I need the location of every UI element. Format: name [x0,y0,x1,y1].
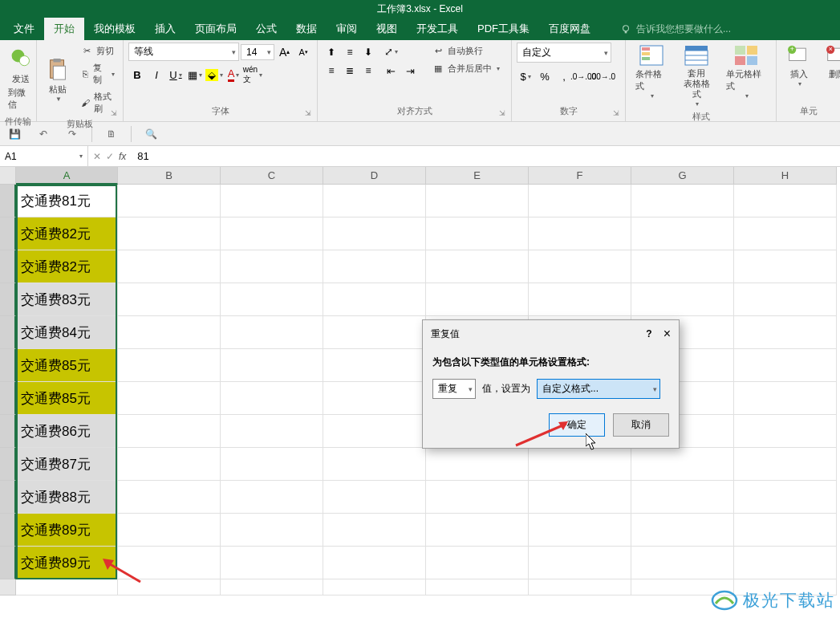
tab-developer[interactable]: 开发工具 [407,18,468,40]
cell[interactable] [118,185,221,217]
cell[interactable] [529,547,631,579]
number-format-select[interactable]: 自定义 ▾ [517,43,611,63]
cell[interactable] [426,283,529,316]
cell[interactable] [323,579,426,596]
cell[interactable] [529,448,631,481]
cell[interactable] [426,185,529,217]
cell[interactable] [118,283,221,316]
bold-button[interactable]: B [128,66,146,83]
clipboard-dialog-launcher[interactable]: ⇲ [111,109,120,119]
cell[interactable] [631,547,734,579]
align-right-button[interactable]: ≡ [359,62,377,79]
cell[interactable] [221,448,323,481]
row-header[interactable] [0,448,16,481]
tab-review[interactable]: 审阅 [327,18,367,40]
delete-cells-button[interactable]: × 删除 [820,43,840,104]
cell[interactable] [221,547,323,579]
name-box[interactable]: A1 ▾ [0,146,88,166]
format-as-table-button[interactable]: 套用 表格格式 ▾ [676,43,717,109]
tab-view[interactable]: 视图 [367,18,407,40]
cell[interactable] [118,448,221,481]
cell[interactable] [221,349,323,382]
column-header[interactable]: C [221,167,323,185]
cell[interactable] [529,283,631,316]
row-header[interactable] [0,481,16,514]
tab-file[interactable]: 文件 [4,18,44,40]
cell[interactable] [529,217,631,250]
cell[interactable] [221,217,323,250]
row-header[interactable] [0,382,16,415]
cell[interactable] [323,481,426,514]
cell[interactable] [426,481,529,514]
cell[interactable] [734,514,837,547]
phonetic-button[interactable]: wén文▾ [244,66,262,83]
formula-input[interactable]: 81 [131,150,840,162]
cell[interactable] [323,382,426,415]
orientation-button[interactable]: ⤢▾ [382,43,400,60]
cell[interactable] [631,481,734,514]
paste-button[interactable]: 粘贴 ▼ [42,43,74,116]
merge-center-button[interactable]: ▦ 合并后居中 ▾ [428,60,503,76]
cell[interactable] [631,448,734,481]
row-header[interactable] [0,514,16,547]
column-header[interactable]: F [529,167,631,185]
column-header[interactable]: G [631,167,734,185]
cell[interactable] [118,481,221,514]
cell[interactable] [221,415,323,448]
cell[interactable] [118,250,221,283]
cell[interactable] [426,514,529,547]
row-header[interactable] [0,185,16,217]
cell[interactable]: 交通费89元 [16,514,118,547]
align-center-button[interactable]: ≣ [341,62,359,79]
cell[interactable] [323,283,426,316]
increase-indent-button[interactable]: ⇥ [401,62,419,79]
cell[interactable] [323,316,426,349]
cell[interactable] [221,514,323,547]
cut-button[interactable]: ✂ 剪切 [77,43,118,59]
column-header[interactable]: D [323,167,426,185]
cell[interactable] [118,349,221,382]
cell[interactable] [323,415,426,448]
insert-cells-button[interactable]: + 插入 ▾ [781,43,817,104]
font-name-select[interactable]: 等线 ▾ [128,43,239,61]
decrease-decimal-button[interactable]: .00→.0 [594,67,611,85]
column-header[interactable]: H [734,167,837,185]
currency-button[interactable]: $▾ [517,67,534,85]
cell[interactable] [118,547,221,579]
cell[interactable] [16,579,118,596]
increase-font-button[interactable]: A▴ [276,43,294,61]
worksheet-grid[interactable]: ABCDEFGH 交通费81元交通费82元交通费82元交通费83元交通费84元交… [0,167,840,616]
cell[interactable] [734,547,837,579]
font-size-select[interactable]: 14 ▾ [241,44,274,60]
align-left-button[interactable]: ≡ [323,62,340,79]
cell[interactable] [221,316,323,349]
cell[interactable] [529,514,631,547]
dialog-help-button[interactable]: ? [646,328,651,339]
row-header[interactable] [0,283,16,316]
cell[interactable] [426,547,529,579]
row-header[interactable] [0,547,16,579]
cell-styles-button[interactable]: 单元格样式 ▾ [721,43,771,109]
cell[interactable] [118,514,221,547]
row-header[interactable] [0,349,16,382]
cell[interactable] [426,217,529,250]
cell[interactable]: 交通费82元 [16,217,118,250]
cell[interactable]: 交通费85元 [16,382,118,415]
cancel-button[interactable]: 取消 [613,413,669,437]
cell[interactable]: 交通费82元 [16,250,118,283]
cell[interactable] [529,481,631,514]
decrease-indent-button[interactable]: ⇤ [382,62,400,79]
decrease-font-button[interactable]: A▾ [294,43,312,61]
send-to-wechat-button[interactable]: 发送 到微信 [5,43,37,114]
cell[interactable] [734,316,837,349]
cell[interactable] [323,514,426,547]
tab-pdf[interactable]: PDF工具集 [468,18,539,40]
cancel-formula-icon[interactable]: ✕ [93,151,101,162]
cell[interactable] [323,250,426,283]
column-header[interactable]: E [426,167,529,185]
row-header[interactable] [0,316,16,349]
cell[interactable] [734,250,837,283]
cell[interactable] [221,185,323,217]
cell[interactable] [734,349,837,382]
tab-formulas[interactable]: 公式 [246,18,286,40]
